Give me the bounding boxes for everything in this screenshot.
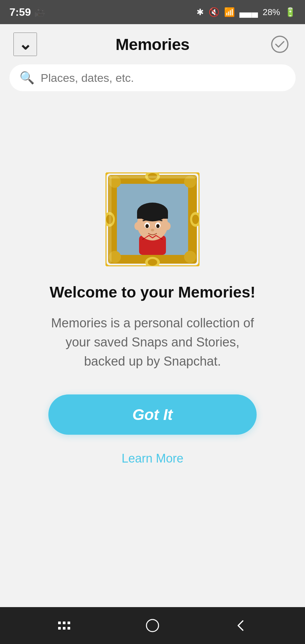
svg-rect-36 [146, 620, 159, 632]
status-bar: 7:59 🎥 ✱ 🔇 📶 ▄▄▄ 28% 🔋 [0, 0, 305, 24]
status-time: 7:59 [9, 6, 31, 18]
svg-rect-31 [63, 622, 66, 624]
search-bar: 🔍 [9, 64, 296, 91]
svg-rect-17 [109, 176, 112, 263]
got-it-button[interactable]: Got It [48, 394, 257, 435]
menu-button[interactable] [51, 612, 78, 639]
mute-icon: 🔇 [209, 7, 219, 17]
svg-point-0 [272, 36, 288, 52]
svg-rect-35 [68, 627, 70, 630]
search-icon: 🔍 [19, 71, 35, 85]
frame-svg [105, 172, 200, 266]
status-right: ✱ 🔇 📶 ▄▄▄ 28% 🔋 [197, 7, 296, 17]
home-button[interactable] [139, 612, 166, 639]
svg-point-24 [164, 222, 171, 230]
svg-rect-16 [109, 176, 196, 178]
svg-point-28 [156, 224, 160, 228]
status-left: 7:59 🎥 [9, 6, 45, 18]
bluetooth-icon: ✱ [197, 7, 204, 17]
wifi-icon: 📶 [224, 7, 235, 17]
header: ⌄ Memories [0, 24, 305, 64]
back-button[interactable]: ⌄ [13, 33, 37, 56]
svg-rect-30 [58, 622, 61, 624]
search-container: 🔍 [0, 64, 305, 98]
svg-rect-33 [63, 627, 66, 630]
welcome-description: Memories is a personal collection of you… [48, 314, 257, 371]
battery-icon: 🔋 [285, 7, 296, 17]
svg-point-29 [151, 229, 154, 231]
svg-point-11 [192, 215, 199, 224]
video-icon: 🎥 [34, 7, 45, 17]
svg-point-27 [145, 224, 149, 228]
svg-point-23 [134, 222, 141, 230]
svg-rect-34 [68, 622, 70, 624]
check-button[interactable] [268, 33, 292, 56]
main-content: Welcome to your Memories! Memories is a … [0, 98, 305, 607]
svg-point-15 [184, 251, 196, 263]
hamburger-icon [57, 618, 72, 633]
got-it-label: Got It [132, 406, 173, 424]
back-nav-button[interactable] [227, 612, 254, 639]
bottom-nav [0, 607, 305, 644]
learn-more-label: Learn More [122, 451, 183, 465]
checkmark-circle-icon [270, 35, 289, 54]
signal-icon: ▄▄▄ [239, 7, 258, 17]
chevron-down-icon: ⌄ [18, 36, 32, 52]
home-circle-icon [145, 618, 160, 633]
back-arrow-icon [233, 618, 248, 633]
svg-point-7 [148, 259, 157, 266]
battery-text: 28% [263, 7, 280, 17]
learn-more-button[interactable]: Learn More [122, 451, 183, 466]
svg-rect-22 [137, 212, 168, 219]
svg-rect-32 [58, 627, 61, 630]
search-input[interactable] [41, 71, 286, 85]
portrait-frame [105, 172, 200, 266]
page-title: Memories [116, 35, 189, 54]
welcome-title: Welcome to your Memories! [50, 283, 256, 302]
